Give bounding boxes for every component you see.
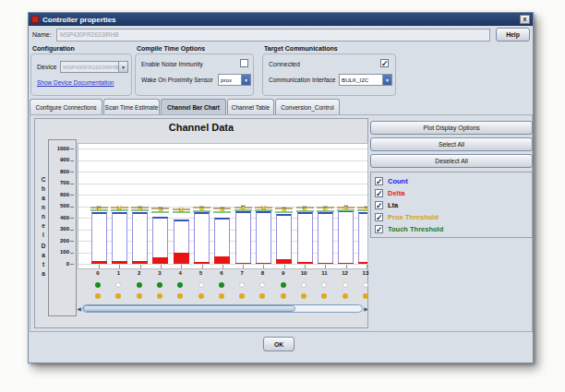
- ok-button[interactable]: OK: [263, 337, 295, 351]
- y-tick-mark: [70, 160, 74, 161]
- wake-on-proximity-combo[interactable]: prox ▼: [218, 74, 251, 86]
- device-combo[interactable]: MSP430FR2633IRHB ▼: [60, 61, 128, 73]
- prox-status-dot: [239, 282, 245, 288]
- tab-configure-connections[interactable]: Configure Connections: [30, 99, 102, 114]
- help-button[interactable]: Help: [496, 28, 530, 42]
- y-tick-mark: [70, 195, 74, 196]
- name-field[interactable]: MSP430FR2633IRHB: [56, 29, 490, 42]
- enable-noise-immunity-checkbox[interactable]: [240, 59, 248, 67]
- y-tick-label: 900: [60, 157, 69, 162]
- count-bar: [235, 211, 251, 265]
- legend-item-touch-threshold[interactable]: ✓Touch Threshold: [375, 224, 443, 234]
- tab-conversion-control[interactable]: Conversion_Control: [275, 99, 340, 114]
- show-device-documentation-link[interactable]: Show Device Documentation: [37, 79, 114, 86]
- lta-marker: ✕: [258, 205, 269, 212]
- lta-marker: ✕: [217, 206, 228, 213]
- delta-bar: [338, 263, 354, 264]
- legend-item-lta[interactable]: ✓Lta: [375, 200, 398, 210]
- touch-status-dot: [321, 293, 327, 299]
- lta-marker: ✕: [135, 205, 146, 212]
- touch-status-dot: [239, 293, 245, 299]
- x-tick-mark: [202, 265, 203, 268]
- x-axis-label: 10: [297, 270, 310, 276]
- prox-status-dot: [115, 282, 121, 288]
- x-tick-mark: [284, 265, 285, 268]
- lta-marker: ✕: [237, 204, 248, 211]
- y-axis-title-letter: a: [39, 195, 48, 204]
- touch-status-dot: [301, 293, 307, 299]
- count-bar: [256, 211, 271, 264]
- scroll-right-icon[interactable]: ▶: [363, 305, 369, 312]
- deselect-all-button[interactable]: Deselect All: [370, 154, 533, 168]
- select-all-button[interactable]: Select All: [370, 137, 533, 151]
- prox-status-dot: [301, 282, 307, 288]
- chevron-down-icon: ▼: [118, 62, 127, 72]
- y-tick-label: 500: [60, 203, 69, 208]
- legend-item-delta[interactable]: ✓Delta: [375, 188, 404, 198]
- lta-marker: ✕: [361, 205, 368, 212]
- count-bar: [91, 212, 107, 264]
- compile-time-options-title: Compile Time Options: [137, 45, 205, 52]
- touch-status-dot: [198, 293, 204, 299]
- legend-checkbox[interactable]: ✓: [375, 225, 383, 233]
- device-combo-value: MSP430FR2633IRHB: [61, 64, 118, 70]
- y-tick-mark: [70, 241, 74, 242]
- scrollbar-thumb[interactable]: [83, 305, 295, 312]
- channel-data-chart-panel: Channel Data ChannelData 100090080070060…: [34, 118, 368, 328]
- lta-marker: ✕: [175, 207, 186, 214]
- touch-status-dot: [177, 293, 183, 299]
- legend-checkbox[interactable]: ✓: [375, 201, 383, 209]
- prox-status-dot: [363, 282, 368, 288]
- y-axis-title: ChannelData: [39, 176, 48, 279]
- scrollbar-track[interactable]: [82, 304, 363, 313]
- lta-marker: ✕: [93, 205, 104, 212]
- lta-marker: ✕: [299, 205, 310, 212]
- name-label: Name:: [32, 31, 52, 38]
- horizontal-scrollbar[interactable]: ◀ ▶: [76, 303, 369, 314]
- y-axis-title-letter: h: [39, 185, 48, 195]
- x-axis-label: 8: [256, 270, 269, 276]
- tab-channel-bar-chart[interactable]: Channel Bar Chart: [161, 99, 226, 114]
- tab-scan-time-estimate[interactable]: Scan Time Estimate: [103, 99, 160, 114]
- communication-interface-combo[interactable]: BULK_I2C ▼: [339, 74, 392, 86]
- prox-status-dot: [198, 282, 204, 288]
- prox-status-dot: [343, 282, 348, 288]
- legend-label: Prox Threshold: [388, 213, 439, 221]
- y-tick-mark: [70, 218, 74, 219]
- legend-item-count[interactable]: ✓Count: [375, 176, 408, 186]
- legend-checkbox[interactable]: ✓: [375, 189, 383, 197]
- legend-item-prox-threshold[interactable]: ✓Prox Threshold: [375, 212, 439, 222]
- y-tick-label: 400: [60, 215, 69, 220]
- connected-checkbox[interactable]: ✓: [380, 59, 389, 67]
- gridline: [78, 172, 367, 172]
- count-bar: [338, 210, 354, 264]
- x-axis-label: 0: [91, 270, 104, 276]
- x-tick-mark: [346, 265, 347, 268]
- prox-status-dot: [157, 282, 162, 288]
- y-tick-label: 700: [60, 180, 69, 185]
- configuration-group: Device MSP430FR2633IRHB ▼ Show Device Do…: [30, 53, 132, 96]
- y-axis-title-letter: e: [39, 222, 48, 232]
- plot-display-options-button[interactable]: Plot Display Options: [370, 121, 533, 135]
- x-tick-mark: [140, 265, 141, 268]
- target-communications-title: Target Communications: [264, 45, 338, 52]
- chevron-down-icon: ▼: [241, 75, 250, 85]
- legend-checkbox[interactable]: ✓: [375, 177, 383, 185]
- legend-checkbox[interactable]: ✓: [375, 213, 383, 221]
- touch-status-dot: [95, 293, 101, 299]
- x-tick-mark: [263, 265, 264, 268]
- delta-bar: [91, 261, 107, 265]
- count-bar: [358, 212, 368, 264]
- lta-marker: ✕: [279, 206, 290, 213]
- count-bar: [276, 214, 292, 264]
- delta-bar: [132, 261, 148, 264]
- x-tick-mark: [99, 265, 100, 268]
- tab-channel-table[interactable]: Channel Table: [227, 99, 274, 114]
- x-axis-label: 13: [359, 270, 372, 276]
- close-icon[interactable]: x: [520, 15, 530, 24]
- x-tick-mark: [325, 265, 326, 268]
- y-tick-label: 600: [60, 192, 69, 197]
- scroll-left-icon[interactable]: ◀: [76, 305, 82, 312]
- window-title: Controller properties: [42, 16, 520, 24]
- prox-status-dot: [259, 282, 265, 288]
